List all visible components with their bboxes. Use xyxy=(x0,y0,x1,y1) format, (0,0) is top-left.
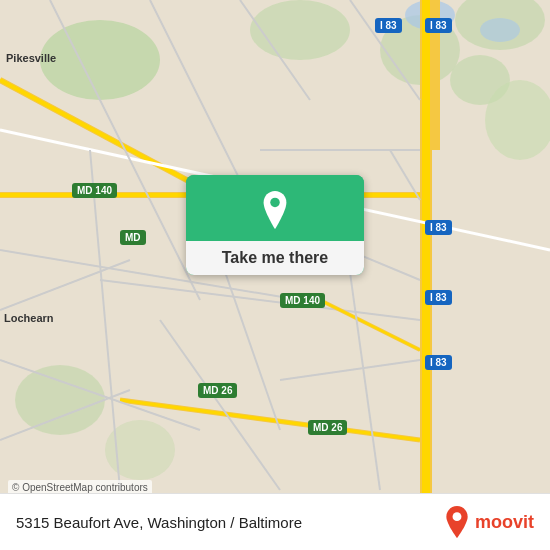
road-badge-md26-1: MD 26 xyxy=(198,383,237,398)
attribution-text: © OpenStreetMap contributors xyxy=(12,482,148,493)
place-label-pikesville: Pikesville xyxy=(6,52,56,64)
road-badge-i83-3: I 83 xyxy=(425,220,452,235)
svg-point-7 xyxy=(15,365,105,435)
take-me-there-label: Take me there xyxy=(222,249,328,266)
road-badge-i83-1: I 83 xyxy=(375,18,402,33)
button-label-area: Take me there xyxy=(186,241,364,275)
place-label-lochearn: Lochearn xyxy=(4,312,54,324)
moovit-logo: moovit xyxy=(443,506,534,538)
address-text: 5315 Beaufort Ave, Washington / Baltimor… xyxy=(16,514,302,531)
svg-point-41 xyxy=(453,512,462,521)
svg-point-2 xyxy=(250,0,350,60)
road-badge-md140-2: MD 140 xyxy=(280,293,325,308)
location-pin-icon xyxy=(259,191,291,229)
road-badge-i83-2: I 83 xyxy=(425,18,452,33)
svg-rect-12 xyxy=(422,0,430,500)
road-badge-md26-2: MD 26 xyxy=(308,420,347,435)
svg-point-10 xyxy=(480,18,520,42)
road-badge-md140-1: MD 140 xyxy=(72,183,117,198)
map-background: I 83 I 83 I 83 I 83 I 83 MD 140 MD 140 M… xyxy=(0,0,550,550)
road-badge-md: MD xyxy=(120,230,146,245)
moovit-brand-text: moovit xyxy=(475,512,534,533)
button-icon-area xyxy=(186,175,364,241)
road-badge-i83-5: I 83 xyxy=(425,355,452,370)
take-me-there-button[interactable]: Take me there xyxy=(186,175,364,275)
info-bar: 5315 Beaufort Ave, Washington / Baltimor… xyxy=(0,493,550,550)
road-badge-i83-4: I 83 xyxy=(425,290,452,305)
moovit-pin-icon xyxy=(443,506,471,538)
svg-point-1 xyxy=(40,20,160,100)
svg-point-40 xyxy=(270,198,280,208)
map-container: I 83 I 83 I 83 I 83 I 83 MD 140 MD 140 M… xyxy=(0,0,550,550)
